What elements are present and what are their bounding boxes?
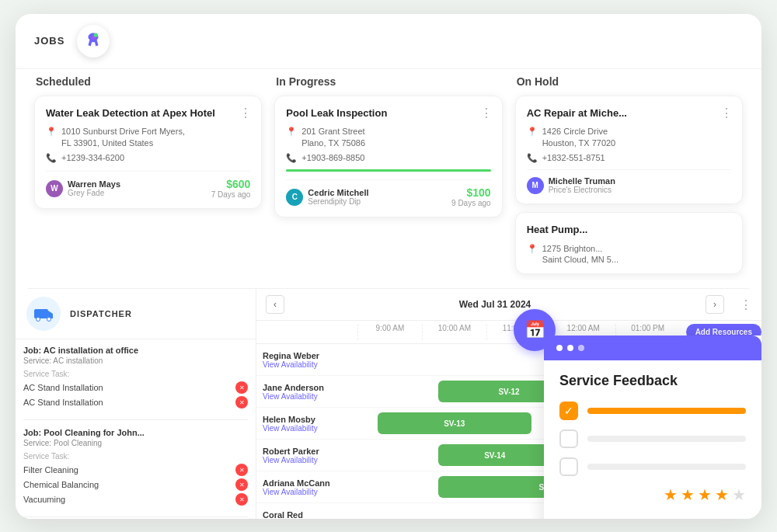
job-card-address-oh: 📍 1426 Circle Drive Houston, TX 77020	[527, 126, 731, 148]
job-card-title-oh: AC Repair at Miche...	[527, 107, 731, 120]
job-card-address-oh2: 📍 1275 Brighton... Saint Cloud, MN 5...	[527, 243, 731, 266]
dispatcher-header: DISPATCHER	[16, 289, 256, 339]
more-options-btn-ip[interactable]: ⋮	[480, 106, 493, 120]
bottom-section: DISPATCHER Job: AC installation at offic…	[16, 289, 761, 518]
col-header-scheduled: Scheduled	[34, 75, 262, 88]
progress-bar	[286, 169, 490, 172]
job-card-title-ip: Pool Leak Inspection	[286, 107, 490, 120]
price-area-ip: $100 9 Days ago	[451, 186, 491, 207]
feedback-row-1	[559, 429, 746, 448]
task-dot-1: ✕	[235, 396, 248, 409]
job-card-title-oh2: Heat Pump...	[527, 224, 731, 237]
assignee: W Warren Mays Grey Fade	[46, 179, 120, 197]
gantt-resource-4: Adriana McCann View Availability	[256, 474, 357, 501]
gantt-time-0: 9:00 AM	[357, 324, 422, 340]
more-options-btn-oh[interactable]: ⋮	[720, 106, 733, 120]
dot-3	[578, 345, 584, 351]
feedback-line-2	[587, 464, 746, 470]
job-card-phone-oh: 📞 +1832-551-8751	[527, 152, 731, 163]
location-icon-oh: 📍	[527, 127, 538, 137]
phone-text-oh: +1832-551-8751	[542, 152, 605, 163]
feedback-line-1	[587, 436, 746, 442]
more-options-btn[interactable]: ⋮	[239, 106, 252, 120]
dispatch-task-label-0: Service Task:	[23, 370, 248, 378]
gantt-bar-sv13: SV-13	[378, 412, 531, 434]
phone-text-ip: +1903-869-8850	[301, 152, 364, 163]
price-area: $600 7 Days ago	[211, 178, 251, 199]
gantt-resource-5: Coral Red View Availability	[256, 506, 357, 519]
location-icon: 📍	[46, 127, 57, 137]
feedback-checkbox-1[interactable]	[559, 429, 578, 448]
main-container: JOBS Scheduled Water Leak Detection at A…	[16, 14, 761, 519]
stars-row: ★ ★ ★ ★ ★	[559, 485, 746, 504]
job-card-address: 📍 1010 Sunburst Drive Fort Myers, FL 339…	[46, 126, 250, 148]
feedback-panel-header	[544, 336, 761, 360]
phone-icon-ip: 📞	[286, 153, 297, 163]
gantt-more-btn[interactable]: ⋮	[740, 297, 752, 312]
job-card-footer: W Warren Mays Grey Fade $600 7 Days ago	[46, 171, 250, 199]
assignee-info-oh: Michelle Truman Price's Electronics	[549, 176, 615, 194]
dispatch-job-service-0: Service: AC installation	[23, 356, 248, 365]
star-2[interactable]: ★	[681, 485, 695, 504]
svg-point-3	[47, 318, 51, 322]
location-icon-oh2: 📍	[527, 244, 538, 254]
task-dot-0: ✕	[235, 381, 248, 394]
dispatch-job-title-0: Job: AC installation at office	[23, 346, 248, 355]
dispatcher-title: DISPATCHER	[70, 309, 132, 318]
avatar-oh: M	[527, 177, 544, 194]
gantt-prev-btn[interactable]: ‹	[266, 295, 284, 314]
feedback-title: Service Feedback	[559, 373, 746, 389]
col-header-inprogress: In Progress	[274, 75, 502, 88]
location-icon-ip: 📍	[286, 127, 297, 137]
avatar-ip: C	[286, 189, 303, 206]
dispatcher-panel: DISPATCHER Job: AC installation at offic…	[16, 289, 256, 518]
job-card-address-ip: 📍 201 Grant Street Plano, TX 75086	[286, 126, 490, 148]
job-card-phone: 📞 +1239-334-6200	[46, 152, 250, 163]
star-5[interactable]: ★	[732, 485, 746, 504]
feedback-checkbox-0[interactable]: ✓	[559, 402, 578, 420]
dispatch-task-label-1: Service Task:	[23, 452, 248, 461]
phone-text: +1239-334-6200	[61, 152, 124, 163]
gantt-next-btn[interactable]: ›	[706, 295, 724, 314]
gantt-resource-3: Robert Parker View Availability	[256, 442, 357, 469]
kanban-col-onhold: On Hold AC Repair at Miche... ⋮ 📍 1426 C…	[509, 69, 749, 281]
calendar-icon: 📅	[524, 320, 545, 340]
assignee-info-ip: Cedric Mitchell Serendipity Dip	[308, 188, 368, 206]
gantt-resource-0: Regina Weber View Availability	[256, 346, 357, 374]
star-1[interactable]: ★	[664, 485, 678, 504]
col-header-onhold: On Hold	[515, 75, 743, 88]
dispatch-job-0: Job: AC installation at office Service: …	[23, 346, 248, 409]
task-dot-3: ✕	[235, 478, 248, 491]
feedback-checkbox-2[interactable]	[559, 457, 578, 476]
feedback-line-0	[587, 408, 746, 414]
kanban-col-scheduled: Scheduled Water Leak Detection at Apex H…	[28, 69, 268, 281]
assignee-ip: C Cedric Mitchell Serendipity Dip	[286, 188, 368, 206]
gantt-resource-col-header	[256, 324, 357, 340]
dispatch-job-title-1: Job: Pool Cleaning for John...	[23, 428, 248, 437]
dispatch-divider-0	[23, 419, 248, 420]
star-4[interactable]: ★	[715, 485, 729, 504]
assignee-info: Warren Mays Grey Fade	[68, 179, 120, 197]
gantt-bar-sv14: SV-14	[438, 444, 552, 466]
calendar-overlay: 📅	[514, 309, 556, 351]
dispatch-job-service-1: Service: Pool Cleaning	[23, 439, 248, 447]
job-card-title: Water Leak Detection at Apex Hotel	[46, 107, 250, 120]
dot-2	[567, 345, 573, 351]
kanban-area: Scheduled Water Leak Detection at Apex H…	[16, 69, 761, 289]
svg-rect-1	[34, 309, 48, 318]
gantt-time-1: 10:00 AM	[422, 324, 486, 340]
job-card-phone-ip: 📞 +1903-869-8850	[286, 152, 490, 163]
dispatch-task-row-4: Vacuuming ✕	[23, 493, 248, 506]
assignee-oh: M Michelle Truman Price's Electronics	[527, 176, 615, 194]
svg-point-0	[94, 33, 98, 37]
dispatch-task-row-3: Chemical Balancing ✕	[23, 478, 248, 491]
dispatch-task-row-1: AC Stand Installation ✕	[23, 396, 248, 409]
dispatch-job-1: Job: Pool Cleaning for John... Service: …	[23, 428, 248, 506]
job-card-inprogress-0: Pool Leak Inspection ⋮ 📍 201 Grant Stree…	[274, 96, 502, 218]
job-card-scheduled-0: Water Leak Detection at Apex Hotel ⋮ 📍 1…	[34, 96, 262, 210]
feedback-row-2	[559, 457, 746, 476]
star-3[interactable]: ★	[698, 485, 712, 504]
dispatcher-icon-wrap	[26, 297, 61, 331]
feedback-content: Service Feedback ✓ ★ ★ ★ ★	[544, 360, 761, 516]
dispatcher-jobs-list: Job: AC installation at office Service: …	[16, 339, 256, 518]
